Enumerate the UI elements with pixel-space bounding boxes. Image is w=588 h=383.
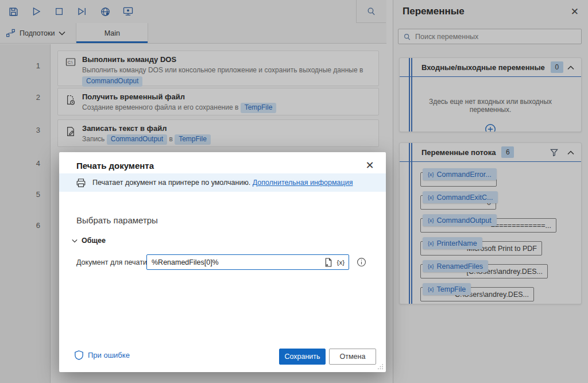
select-parameters-heading: Выбрать параметры: [76, 215, 158, 225]
banner-text: Печатает документ на принтере по умолчан…: [92, 179, 353, 187]
general-section-label: Общее: [82, 237, 106, 245]
select-variable-icon[interactable]: {x}: [337, 259, 345, 266]
save-button[interactable]: Сохранить: [279, 349, 326, 365]
document-to-print-field: {x}: [146, 254, 349, 270]
info-icon[interactable]: [357, 257, 366, 267]
close-icon[interactable]: ✕: [363, 158, 377, 172]
dialog-title: Печать документа: [76, 161, 154, 171]
banner-description: Печатает документ на принтере по умолчан…: [92, 179, 250, 187]
on-error-label: При ошибке: [88, 351, 130, 359]
print-document-dialog: Печать документа ✕ Печатает документ на …: [59, 152, 386, 372]
dialog-info-banner: Печатает документ на принтере по умолчан…: [59, 173, 386, 192]
on-error-button[interactable]: При ошибке: [75, 350, 130, 360]
shield-icon: [75, 350, 83, 360]
document-to-print-input[interactable]: [147, 258, 324, 266]
general-section-toggle[interactable]: Общее: [72, 237, 106, 245]
chevron-down-icon: [72, 239, 78, 243]
document-to-print-label: Документ для печати:: [76, 258, 149, 266]
cancel-button[interactable]: Отмена: [329, 349, 376, 365]
resize-grip[interactable]: [377, 363, 384, 370]
printer-icon: [76, 178, 86, 188]
more-info-link[interactable]: Дополнительная информация: [253, 179, 353, 187]
select-file-icon[interactable]: [324, 258, 332, 267]
